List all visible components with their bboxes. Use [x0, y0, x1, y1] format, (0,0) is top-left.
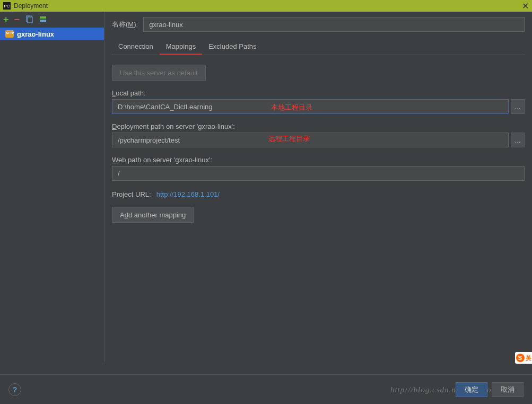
app-icon: PC [3, 2, 11, 10]
sogou-ime-badge[interactable]: 英 [515, 352, 532, 364]
local-path-label: Local path: [112, 89, 525, 97]
project-url-link[interactable]: http://192.168.1.101/ [156, 190, 220, 198]
add-icon[interactable]: + [3, 14, 9, 25]
help-icon[interactable]: ? [8, 383, 21, 396]
svg-rect-2 [40, 16, 46, 19]
sidebar-toolbar: + − [0, 12, 104, 28]
add-another-mapping-button[interactable]: Add another mapping [112, 207, 194, 223]
svg-rect-3 [40, 20, 46, 22]
deployment-path-browse-button[interactable]: ... [511, 133, 525, 147]
ok-button[interactable]: 确定 [456, 382, 487, 397]
server-list: gxrao-linux [0, 28, 104, 40]
web-path-group: Web path on server 'gxrao-linux': [112, 156, 525, 181]
deployment-path-group: Deployment path on server 'gxrao-linux':… [112, 122, 525, 147]
close-icon[interactable]: ✕ [522, 1, 529, 11]
web-path-label: Web path on server 'gxrao-linux': [112, 156, 525, 164]
server-name: gxrao-linux [17, 30, 54, 38]
tabs: Connection Mappings Excluded Paths [112, 39, 525, 55]
content-panel: 名称(M): Connection Mappings Excluded Path… [104, 12, 532, 362]
tab-mappings[interactable]: Mappings [160, 39, 202, 55]
name-input[interactable] [143, 17, 525, 32]
name-row: 名称(M): [112, 17, 525, 32]
local-path-browse-button[interactable]: ... [511, 99, 525, 114]
remove-icon[interactable]: − [14, 14, 20, 25]
sftp-icon [5, 30, 14, 38]
project-url-label: Project URL: [112, 190, 151, 198]
local-path-group: Local path: ... 本地工程目录 [112, 89, 525, 114]
deployment-path-input[interactable] [112, 133, 509, 147]
footer-buttons: 确定 取消 [456, 382, 524, 397]
name-label: 名称(M): [112, 20, 138, 29]
deploy-icon[interactable] [39, 15, 47, 24]
use-as-default-button[interactable]: Use this server as default [112, 65, 206, 81]
main-area: + − gxrao-linux 名称(M): Connection Mappin… [0, 12, 532, 362]
titlebar: PC Deployment ✕ [0, 0, 532, 12]
footer: ? http://blog.csdn.net/jinxiaonian11 确定 … [0, 374, 532, 404]
cancel-button[interactable]: 取消 [492, 382, 524, 397]
tab-excluded-paths[interactable]: Excluded Paths [202, 39, 263, 55]
project-url-row: Project URL: http://192.168.1.101/ [112, 190, 525, 198]
deployment-path-label: Deployment path on server 'gxrao-linux': [112, 122, 525, 130]
local-path-input[interactable] [112, 99, 509, 114]
web-path-input[interactable] [112, 166, 525, 181]
sidebar: + − gxrao-linux [0, 12, 104, 362]
server-item-gxrao-linux[interactable]: gxrao-linux [0, 28, 104, 40]
copy-icon[interactable] [25, 15, 33, 24]
window-title: Deployment [14, 2, 48, 10]
tab-connection[interactable]: Connection [112, 39, 160, 55]
svg-rect-1 [28, 17, 32, 23]
